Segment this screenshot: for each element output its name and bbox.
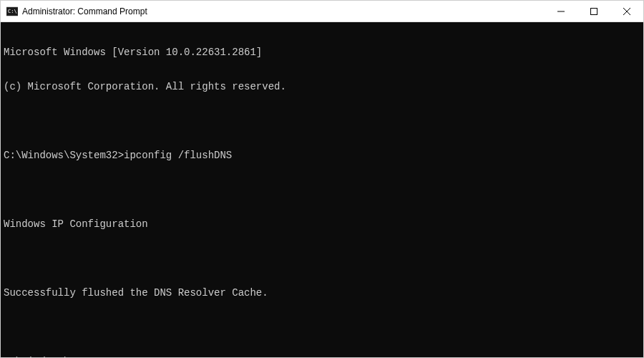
window-controls bbox=[545, 1, 643, 21]
cursor bbox=[124, 356, 130, 357]
blank-line bbox=[4, 321, 640, 333]
maximize-button[interactable] bbox=[577, 1, 610, 21]
command-prompt-window: C:\ Administrator: Command Prompt Micros… bbox=[0, 0, 644, 358]
output-result: Successfully flushed the DNS Resolver Ca… bbox=[4, 287, 640, 299]
output-header: Windows IP Configuration bbox=[4, 218, 640, 230]
blank-line bbox=[4, 115, 640, 127]
svg-rect-3 bbox=[591, 8, 597, 14]
prompt-text: C:\Windows\System32> bbox=[4, 150, 124, 161]
blank-line bbox=[4, 184, 640, 195]
copyright-line: (c) Microsoft Corporation. All rights re… bbox=[4, 81, 640, 92]
command-line: C:\Windows\System32>ipconfig /flushDNS bbox=[4, 150, 640, 161]
prompt-text: C:\Windows\System32> bbox=[4, 356, 124, 357]
window-title: Administrator: Command Prompt bbox=[22, 6, 147, 16]
terminal-area[interactable]: Microsoft Windows [Version 10.0.22631.28… bbox=[1, 22, 643, 357]
titlebar[interactable]: C:\ Administrator: Command Prompt bbox=[1, 1, 643, 22]
svg-text:C:\: C:\ bbox=[8, 9, 17, 14]
current-prompt-line: C:\Windows\System32> bbox=[4, 356, 640, 357]
banner-line: Microsoft Windows [Version 10.0.22631.28… bbox=[4, 47, 640, 58]
blank-line bbox=[4, 253, 640, 264]
close-button[interactable] bbox=[610, 1, 643, 21]
cmd-icon: C:\ bbox=[6, 6, 18, 17]
minimize-button[interactable] bbox=[545, 1, 577, 21]
command-text: ipconfig /flushDNS bbox=[124, 150, 232, 161]
